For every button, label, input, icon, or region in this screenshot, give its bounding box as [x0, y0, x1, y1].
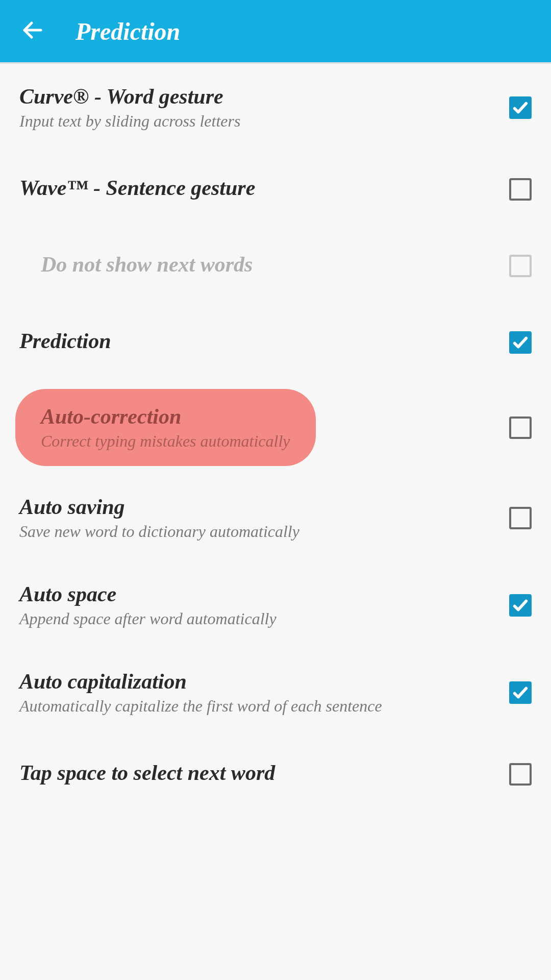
setting-prediction[interactable]: Prediction	[0, 304, 551, 381]
setting-text: Do not show next words	[41, 252, 499, 280]
setting-text: Curve® - Word gesture Input text by slid…	[19, 84, 499, 131]
checkbox-auto-saving[interactable]	[509, 507, 532, 529]
setting-auto-saving[interactable]: Auto saving Save new word to dictionary …	[0, 474, 551, 561]
setting-subtitle: Input text by sliding across letters	[19, 112, 499, 131]
setting-text: Auto capitalization Automatically capita…	[19, 669, 499, 716]
setting-title: Prediction	[19, 329, 499, 353]
setting-title: Do not show next words	[41, 252, 499, 277]
checkbox-curve[interactable]	[509, 96, 532, 119]
setting-text: Auto space Append space after word autom…	[19, 582, 499, 628]
setting-title: Curve® - Word gesture	[19, 84, 499, 109]
setting-subtitle: Save new word to dictionary automaticall…	[19, 522, 499, 541]
setting-subtitle: Append space after word automatically	[19, 609, 499, 628]
setting-subtitle: Correct typing mistakes automatically	[41, 432, 290, 451]
checkbox-tap-space[interactable]	[509, 763, 532, 786]
setting-title: Auto-correction	[41, 404, 290, 429]
setting-subtitle: Automatically capitalize the first word …	[19, 697, 499, 716]
checkbox-auto-space[interactable]	[509, 594, 532, 617]
setting-wave-sentence-gesture[interactable]: Wave™ - Sentence gesture	[0, 151, 551, 228]
setting-title: Auto space	[19, 582, 499, 606]
app-header: Prediction	[0, 0, 551, 64]
setting-title: Auto saving	[19, 495, 499, 519]
setting-do-not-show-next-words: Do not show next words	[0, 228, 551, 304]
setting-title: Tap space to select next word	[19, 761, 499, 785]
setting-text: Auto-correction Correct typing mistakes …	[19, 389, 499, 466]
checkbox-do-not-show	[509, 255, 532, 277]
setting-auto-space[interactable]: Auto space Append space after word autom…	[0, 561, 551, 649]
checkbox-prediction[interactable]	[509, 331, 532, 354]
setting-curve-word-gesture[interactable]: Curve® - Word gesture Input text by slid…	[0, 64, 551, 151]
checkbox-auto-capitalization[interactable]	[509, 681, 532, 704]
settings-list: Curve® - Word gesture Input text by slid…	[0, 64, 551, 813]
setting-tap-space-select-next[interactable]: Tap space to select next word	[0, 736, 551, 813]
back-arrow-icon[interactable]	[20, 18, 45, 44]
setting-text: Auto saving Save new word to dictionary …	[19, 495, 499, 541]
setting-title: Wave™ - Sentence gesture	[19, 176, 499, 200]
setting-text: Wave™ - Sentence gesture	[19, 176, 499, 203]
setting-auto-capitalization[interactable]: Auto capitalization Automatically capita…	[0, 649, 551, 736]
checkbox-wave[interactable]	[509, 178, 532, 201]
checkbox-auto-correction[interactable]	[509, 416, 532, 439]
page-title: Prediction	[76, 17, 180, 45]
setting-auto-correction[interactable]: Auto-correction Correct typing mistakes …	[0, 381, 551, 474]
setting-text: Prediction	[19, 329, 499, 356]
setting-text: Tap space to select next word	[19, 761, 499, 788]
setting-title: Auto capitalization	[19, 669, 499, 694]
highlight-indicator: Auto-correction Correct typing mistakes …	[15, 389, 316, 466]
